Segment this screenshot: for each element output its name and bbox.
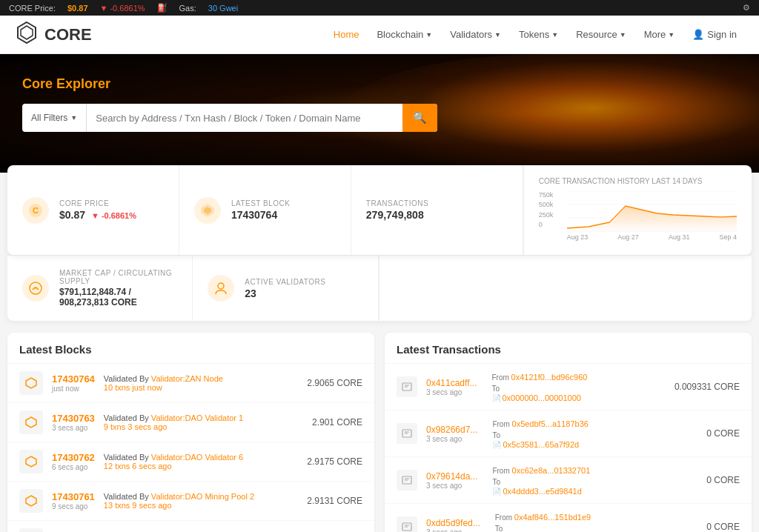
- tx-hash[interactable]: 0x411cadff...: [426, 378, 477, 388]
- chart-x-labels: Aug 23 Aug 27 Aug 31 Sep 4: [567, 233, 737, 241]
- tx-time: 3 secs ago: [426, 388, 477, 396]
- nav-tokens[interactable]: Tokens ▼: [511, 24, 566, 44]
- tx-amount: 0 CORE: [706, 475, 740, 485]
- block-number[interactable]: 17430761: [52, 491, 95, 502]
- block-time: 3 secs ago: [52, 424, 95, 432]
- core-price-icon: C: [22, 197, 49, 224]
- svg-point-12: [34, 287, 37, 290]
- filter-label: All Filters: [31, 113, 67, 123]
- block-txns[interactable]: 10 txns just now: [104, 383, 223, 392]
- svg-point-13: [218, 283, 224, 289]
- main-content: Latest Blocks 17430764 just now Validate…: [0, 321, 759, 532]
- nav-resource[interactable]: Resource ▼: [569, 24, 634, 44]
- nav-home[interactable]: Home: [326, 24, 367, 44]
- tx-hash[interactable]: 0x98266d7...: [426, 425, 477, 435]
- search-input[interactable]: [87, 104, 402, 132]
- contract-icon: 📄: [492, 394, 501, 402]
- tx-item: 0x79614da... 3 secs ago From 0xc62e8a...…: [385, 457, 752, 504]
- chevron-down-icon: ▼: [551, 31, 558, 39]
- tx-to[interactable]: 📄0x000000...00001000: [492, 393, 666, 402]
- block-item: 17430762 6 secs ago Validated By Validat…: [7, 442, 374, 482]
- market-cap-value: $791,112,848.74 / 908,273,813 CORE: [59, 287, 177, 307]
- latest-block-value: 17430764: [231, 209, 291, 221]
- block-reward: 2.9175 CORE: [307, 456, 362, 467]
- hero-content: Core Explorer All Filters ▼ 🔍: [22, 76, 737, 132]
- transactions-value: 279,749,808: [366, 209, 428, 221]
- block-icon: [19, 450, 43, 473]
- block-number[interactable]: 17430764: [52, 373, 95, 385]
- sign-in-button[interactable]: 👤 Sign in: [685, 24, 744, 44]
- tx-amount: 0 CORE: [706, 428, 740, 439]
- block-reward: 2.9065 CORE: [307, 378, 362, 388]
- hero-section: Core Explorer All Filters ▼ 🔍: [0, 54, 759, 173]
- latest-block-label: LATEST BLOCK: [231, 199, 291, 207]
- svg-marker-16: [26, 456, 36, 467]
- svg-marker-6: [567, 206, 737, 232]
- search-button[interactable]: 🔍: [402, 104, 437, 132]
- svg-marker-14: [26, 378, 36, 388]
- block-icon: [19, 410, 43, 434]
- active-validators-label: ACTIVE VALIDATORS: [245, 278, 325, 286]
- core-price-value: $0.87 ▼ -0.6861%: [59, 209, 136, 221]
- tx-to[interactable]: 📄0x5c3581...65a7f92d: [492, 440, 697, 449]
- gas-label: Gas:: [179, 4, 196, 13]
- block-txns[interactable]: 9 txns 3 secs ago: [104, 422, 243, 431]
- logo[interactable]: CORE: [15, 21, 92, 49]
- tx-hash[interactable]: 0xdd5d9fed...: [426, 518, 480, 528]
- nav-links: Home Blockchain ▼ Validators ▼ Tokens ▼ …: [326, 24, 744, 44]
- sign-in-label: Sign in: [707, 29, 737, 40]
- gas-value: 30 Gwei: [208, 4, 238, 13]
- stat-transactions: TRANSACTIONS 279,749,808: [351, 165, 523, 255]
- tx-from[interactable]: 0x5edbf5...a1187b36: [512, 419, 589, 428]
- core-price-change: ▼ -0.6861%: [91, 211, 136, 220]
- transactions-label: TRANSACTIONS: [366, 199, 428, 207]
- block-time: 9 secs ago: [52, 502, 95, 511]
- block-number[interactable]: 17430763: [52, 413, 95, 424]
- main-nav: CORE Home Blockchain ▼ Validators ▼ Toke…: [0, 16, 759, 54]
- chart-block: Core TRANSACTION HISTORY LAST 14 DAYS 75…: [523, 165, 752, 255]
- search-bar: All Filters ▼ 🔍: [22, 104, 437, 132]
- contract-icon: 📄: [492, 441, 501, 449]
- latest-transactions-card: Latest Transactions 0x411cadff... 3 secs…: [385, 333, 752, 532]
- chevron-down-icon: ▼: [494, 31, 501, 39]
- contract-icon: 📄: [492, 488, 501, 496]
- block-time: 6 secs ago: [52, 463, 95, 471]
- tx-item: 0x98266d7... 3 secs ago From 0x5edbf5...…: [385, 410, 752, 457]
- svg-marker-15: [26, 417, 36, 428]
- tx-item: 0x411cadff... 3 secs ago From 0x4121f0..…: [385, 364, 752, 410]
- chart-svg: [567, 191, 737, 232]
- nav-more[interactable]: More ▼: [637, 24, 683, 44]
- block-item: 17430763 3 secs ago Validated By Validat…: [7, 403, 374, 442]
- chevron-down-icon: ▼: [668, 31, 675, 39]
- validators-icon: [208, 275, 234, 302]
- latest-blocks-header: Latest Blocks: [7, 333, 374, 364]
- svg-marker-17: [26, 496, 36, 506]
- tx-item: 0xdd5d9fed... 3 secs ago From 0x4af846..…: [385, 504, 752, 532]
- block-txns[interactable]: 13 txns 9 secs ago: [104, 501, 254, 510]
- nav-blockchain[interactable]: Blockchain ▼: [369, 24, 440, 44]
- block-item: 17430764 just now Validated By Validator…: [7, 364, 374, 403]
- tx-from[interactable]: 0x4121f0...bd96c960: [511, 373, 588, 382]
- tx-to[interactable]: 📄0x4dddd3...e5d9841d: [492, 487, 697, 496]
- block-number[interactable]: 17430762: [52, 452, 95, 463]
- chevron-down-icon: ▼: [70, 114, 77, 122]
- price-change: ▼ -0.6861%: [100, 4, 145, 13]
- stat-core-price: C CORE PRICE $0.87 ▼ -0.6861%: [7, 165, 179, 255]
- tx-icon: [397, 423, 417, 444]
- block-icon: [19, 528, 43, 532]
- core-price-label: CORE PRICE: [59, 199, 136, 207]
- latest-transactions-header: Latest Transactions: [385, 333, 752, 364]
- block-validator: Validated By Validator:ZAN Node: [104, 374, 223, 383]
- nav-validators[interactable]: Validators ▼: [443, 24, 508, 44]
- block-item: 17430761 9 secs ago Validated By Validat…: [7, 482, 374, 521]
- price-label: CORE Price:: [9, 4, 56, 13]
- settings-icon[interactable]: ⚙: [743, 3, 750, 13]
- chart-area: 750k 500k 250k 0: [539, 191, 737, 243]
- tx-from[interactable]: 0x4af846...151bd1e9: [514, 513, 591, 522]
- block-txns[interactable]: 12 txns 6 secs ago: [104, 462, 243, 471]
- block-validator: Validated By Validator:DAO Validator 6: [104, 453, 243, 462]
- search-filter-dropdown[interactable]: All Filters ▼: [22, 104, 87, 132]
- chart-spacer: [379, 256, 752, 321]
- tx-from[interactable]: 0xc62e8a...01332701: [512, 466, 591, 475]
- tx-hash[interactable]: 0x79614da...: [426, 471, 477, 482]
